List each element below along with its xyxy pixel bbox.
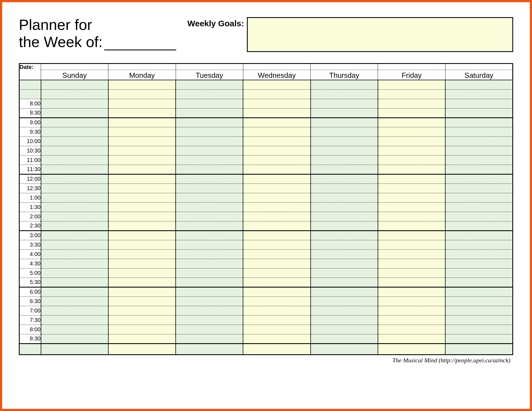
slot-cell[interactable] — [243, 259, 310, 268]
slot-cell[interactable] — [176, 325, 243, 334]
slot-cell[interactable] — [378, 118, 445, 127]
slot-cell[interactable] — [378, 287, 445, 296]
slot-cell[interactable] — [311, 334, 378, 343]
slot-cell[interactable] — [108, 240, 176, 249]
slot-cell[interactable] — [41, 259, 108, 268]
slot-cell[interactable] — [41, 268, 108, 278]
slot-cell[interactable] — [108, 343, 176, 355]
slot-cell[interactable] — [378, 221, 445, 231]
slot-cell[interactable] — [176, 118, 243, 127]
slot-cell[interactable] — [311, 325, 378, 334]
slot-cell[interactable] — [378, 89, 445, 99]
slot-cell[interactable] — [41, 80, 108, 89]
slot-cell[interactable] — [41, 249, 108, 259]
slot-cell[interactable] — [243, 155, 310, 165]
slot-cell[interactable] — [176, 80, 243, 89]
slot-cell[interactable] — [41, 127, 108, 136]
slot-cell[interactable] — [311, 268, 378, 278]
slot-cell[interactable] — [41, 146, 108, 155]
slot-cell[interactable] — [311, 296, 378, 306]
slot-cell[interactable] — [243, 221, 310, 231]
slot-cell[interactable] — [445, 165, 513, 174]
slot-cell[interactable] — [41, 108, 108, 118]
slot-cell[interactable] — [378, 268, 445, 278]
slot-cell[interactable] — [243, 127, 310, 136]
slot-cell[interactable] — [41, 334, 108, 343]
slot-cell[interactable] — [378, 174, 445, 183]
slot-cell[interactable] — [311, 118, 378, 127]
slot-cell[interactable] — [108, 146, 176, 155]
slot-cell[interactable] — [378, 296, 445, 306]
slot-cell[interactable] — [311, 221, 378, 231]
slot-cell[interactable] — [108, 268, 176, 278]
slot-cell[interactable] — [445, 174, 513, 183]
slot-cell[interactable] — [378, 127, 445, 136]
slot-cell[interactable] — [176, 202, 243, 212]
slot-cell[interactable] — [445, 240, 513, 249]
slot-cell[interactable] — [41, 240, 108, 249]
slot-cell[interactable] — [108, 287, 176, 296]
slot-cell[interactable] — [378, 334, 445, 343]
slot-cell[interactable] — [108, 296, 176, 306]
slot-cell[interactable] — [243, 249, 310, 259]
slot-cell[interactable] — [311, 127, 378, 136]
slot-cell[interactable] — [445, 108, 513, 118]
slot-cell[interactable] — [176, 174, 243, 183]
slot-cell[interactable] — [41, 296, 108, 306]
slot-cell[interactable] — [176, 221, 243, 231]
slot-cell[interactable] — [41, 212, 108, 221]
slot-cell[interactable] — [243, 231, 310, 240]
slot-cell[interactable] — [108, 221, 176, 231]
slot-cell[interactable] — [108, 99, 176, 108]
slot-cell[interactable] — [243, 296, 310, 306]
slot-cell[interactable] — [41, 118, 108, 127]
slot-cell[interactable] — [243, 174, 310, 183]
slot-cell[interactable] — [445, 221, 513, 231]
slot-cell[interactable] — [445, 296, 513, 306]
slot-cell[interactable] — [108, 174, 176, 183]
slot-cell[interactable] — [445, 99, 513, 108]
slot-cell[interactable] — [378, 325, 445, 334]
slot-cell[interactable] — [41, 165, 108, 174]
slot-cell[interactable] — [41, 343, 108, 355]
slot-cell[interactable] — [378, 306, 445, 315]
slot-cell[interactable] — [378, 193, 445, 202]
slot-cell[interactable] — [378, 240, 445, 249]
slot-cell[interactable] — [311, 231, 378, 240]
slot-cell[interactable] — [243, 325, 310, 334]
slot-cell[interactable] — [311, 174, 378, 183]
slot-cell[interactable] — [445, 89, 513, 99]
slot-cell[interactable] — [243, 165, 310, 174]
slot-cell[interactable] — [243, 99, 310, 108]
slot-cell[interactable] — [108, 249, 176, 259]
slot-cell[interactable] — [445, 231, 513, 240]
slot-cell[interactable] — [243, 315, 310, 325]
slot-cell[interactable] — [176, 306, 243, 315]
slot-cell[interactable] — [445, 193, 513, 202]
slot-cell[interactable] — [445, 343, 513, 355]
slot-cell[interactable] — [445, 278, 513, 287]
slot-cell[interactable] — [176, 212, 243, 221]
slot-cell[interactable] — [108, 155, 176, 165]
slot-cell[interactable] — [378, 183, 445, 193]
slot-cell[interactable] — [176, 278, 243, 287]
slot-cell[interactable] — [445, 334, 513, 343]
slot-cell[interactable] — [311, 240, 378, 249]
slot-cell[interactable] — [41, 174, 108, 183]
slot-cell[interactable] — [311, 80, 378, 89]
slot-cell[interactable] — [41, 231, 108, 240]
slot-cell[interactable] — [378, 278, 445, 287]
slot-cell[interactable] — [243, 183, 310, 193]
slot-cell[interactable] — [445, 315, 513, 325]
slot-cell[interactable] — [311, 155, 378, 165]
slot-cell[interactable] — [108, 193, 176, 202]
slot-cell[interactable] — [243, 343, 310, 355]
slot-cell[interactable] — [445, 118, 513, 127]
slot-cell[interactable] — [243, 240, 310, 249]
slot-cell[interactable] — [108, 334, 176, 343]
slot-cell[interactable] — [445, 212, 513, 221]
slot-cell[interactable] — [108, 118, 176, 127]
slot-cell[interactable] — [176, 296, 243, 306]
slot-cell[interactable] — [41, 315, 108, 325]
slot-cell[interactable] — [445, 268, 513, 278]
